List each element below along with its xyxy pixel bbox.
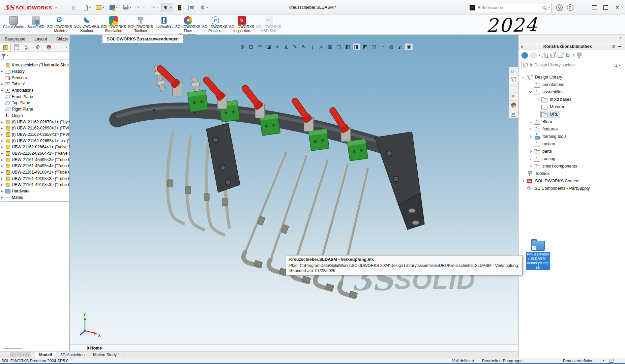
filter-icon[interactable] [2,54,6,57]
addin-flow-simulation[interactable]: SOLIDWORKS Flow Simulation [174,15,201,37]
feature-tree-item[interactable]: ▸UBW-21161-45495<4> ("Tube Clamp [0,163,69,169]
forward-icon[interactable] [530,52,537,59]
side-tab-custom-properties[interactable] [509,109,518,118]
library-file-item[interactable]: Kreuzschieber.SLDASM - Verknüpfung.lnk [526,241,550,270]
library-tree-item[interactable]: URL [518,111,625,118]
isometric-view-icon[interactable]: ◬ [317,43,325,50]
minimize-button[interactable] [577,2,589,12]
feature-tree-item[interactable]: ▸Hardware [0,188,69,194]
feature-tree-item[interactable]: ▸(f) UBW-21162-02698<2> ("PVHO Pe [0,125,69,131]
back-icon[interactable] [522,52,528,59]
rotate-view-icon[interactable]: ↻ [300,43,308,50]
tab-baugruppe[interactable]: Baugruppe [0,35,30,43]
feature-tree-item[interactable]: Top Plane [0,100,69,106]
status-expand-icon[interactable] [603,359,604,362]
side-tab-view-palette[interactable] [509,92,518,101]
doc-tab-motion-study-1[interactable]: Motion Study 1 [89,352,124,358]
library-search-icon[interactable] [614,64,617,67]
toolbox-settings-icon[interactable] [577,52,581,59]
feature-tree-item[interactable]: ▸UBW-21162-02664<2> ("Valve Brack [0,150,69,157]
new-document-button[interactable] [80,3,92,12]
view-settings-icon[interactable]: ◔ [379,43,387,50]
apply-scene-icon[interactable]: ◫ [370,43,378,50]
library-tree-item[interactable]: smart components [518,162,625,170]
feature-tree-item[interactable]: ▸History [0,68,69,75]
view-orientation-icon[interactable]: ▦ [326,43,334,50]
select-arrow-button[interactable] [161,3,173,12]
task-list-button[interactable] [186,3,196,12]
camera-view-icon[interactable]: ◍ [387,43,395,50]
previous-view-icon[interactable]: ↶ [256,43,264,50]
addin-circuitworks[interactable]: CircuitWorks [1,15,26,29]
library-search-input[interactable] [529,62,612,68]
search-icon[interactable] [542,6,545,9]
feature-tree-item[interactable]: ▸(f) UBW-21162-02655<1> ->x ("Hyd [0,138,69,144]
library-tree-item[interactable]: annotations [518,81,625,88]
panel-expand-icon[interactable] [65,45,67,50]
dropdown-caret-icon[interactable] [103,6,104,9]
markup-icon[interactable]: ✎ [291,43,299,50]
display-style-group-icon[interactable]: ▢ [335,43,343,50]
realview-graphics-icon[interactable]: ▣ [405,43,413,50]
dynamic-annotation-views-icon[interactable]: ⌖ [273,43,281,50]
options-button[interactable] [198,3,210,12]
library-search-dropdown-icon[interactable] [619,64,620,67]
help-button[interactable] [566,3,574,12]
library-tree-item[interactable]: Blum [518,118,625,125]
library-tree-item[interactable]: Toolbox [518,170,625,177]
library-tree-item[interactable]: routing [518,155,625,162]
feature-tree-item[interactable]: Sensors [0,74,69,81]
feature-tree-item[interactable]: ▸Annotations [0,87,69,94]
dropdown-caret-icon[interactable] [89,6,91,9]
dropdown-caret-icon[interactable] [130,6,131,9]
addin-inspection[interactable]: SOLIDWORKS Inspection [228,15,255,33]
library-tree-item[interactable]: assemblies [518,88,625,96]
dropdown-icon[interactable] [539,54,540,57]
library-tree-item[interactable]: 3D Components - PartSupply [518,185,625,192]
feature-tree-item[interactable]: ▸(f) UBW-21162-02658<1> ("PVHO Pe [0,131,69,138]
feature-tree-item[interactable]: ▸Mates [0,194,69,201]
tab-configurationmanager[interactable] [22,43,32,51]
search-input[interactable] [477,5,541,10]
dropdown-caret-icon[interactable] [157,6,158,9]
perspective-icon[interactable]: ◭ [396,43,404,50]
create-new-folder-icon[interactable] [550,53,556,58]
maximize-button[interactable] [600,2,612,12]
status-units[interactable]: Benutzerdefiniert [563,359,594,363]
feature-tree-item[interactable]: ▸UBW-21161-49108<3> ("Tube Clamp [0,182,69,188]
library-tree-item[interactable]: parts [518,148,625,155]
tab-layout[interactable]: Layout [30,35,52,43]
feature-tree-item[interactable]: Kreuzschieber ("Hydraulic Shut Off") [0,62,69,68]
home-button[interactable] [69,3,79,12]
addin-toolbox[interactable]: SOLIDWORKS Toolbox [127,15,154,33]
section-view-icon[interactable]: ◪ [265,43,273,50]
assembly-3d-model[interactable]: ƷS SOLID Y X [70,35,518,344]
command-search-box[interactable] [468,3,552,12]
dropdown-caret-icon[interactable] [207,6,208,9]
feature-tree-item[interactable]: Origin [0,113,69,119]
graphics-viewport[interactable]: ƷS SOLID Y X [70,35,518,344]
move-up-icon[interactable] [572,52,575,58]
tab-dimxpertmanager[interactable] [32,43,43,51]
new-folder-icon[interactable] [558,54,563,58]
addin-tolanalyst[interactable]: TolAnalyst [154,15,174,29]
addin-simulation[interactable]: SOLIDWORKS Simulation [100,15,127,33]
collapse-chevron-icon[interactable] [620,37,622,41]
doc-tab-modell[interactable]: Modell [35,352,56,358]
feature-tree-item[interactable]: ▸UBW-21161-49108<2> ("Tube Clamp [0,175,69,182]
filter-dropdown-icon[interactable] [7,54,8,57]
rollback-bar[interactable] [1,202,69,202]
library-tree-item[interactable]: motion [518,140,625,148]
panel-horizontal-scrollbar[interactable] [0,346,69,351]
zoom-to-area-icon[interactable]: ⊡ [247,43,255,50]
redo-button[interactable] [148,3,160,12]
last-tab-button[interactable]: » [26,353,31,357]
feature-tree-item[interactable]: ▸(f) UBW-21162-02670<1> ("Hydrauli [0,119,69,125]
zoom-to-fit-icon[interactable]: ⊕ [238,43,246,50]
add-file-location-icon[interactable] [542,53,548,58]
feature-tree-item[interactable]: ▸UBW-21161-49108<1> ("Tube Clamp [0,169,69,176]
library-tree-item[interactable]: Motoren [518,103,625,111]
traffic-light-button[interactable] [175,3,185,12]
side-tab-design-library[interactable] [509,75,518,84]
feature-tree-item[interactable]: ▸UBW-21161-45495<3> ("Tube Clamp [0,156,69,163]
